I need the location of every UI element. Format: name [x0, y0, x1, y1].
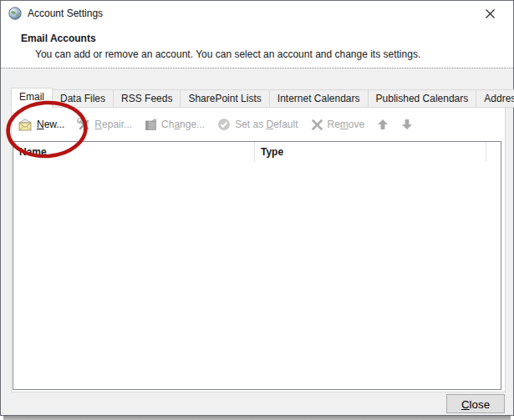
tab-sharepoint-lists[interactable]: SharePoint Lists — [180, 89, 269, 108]
window-close-icon[interactable] — [484, 8, 496, 20]
tab-rss-feeds[interactable]: RSS Feeds — [113, 89, 181, 108]
column-header-name[interactable]: Name — [13, 142, 255, 162]
crossed-tools-icon — [77, 118, 90, 131]
globe-icon — [8, 7, 22, 20]
x-icon — [311, 119, 323, 131]
repair-button[interactable]: Repair... — [77, 118, 132, 131]
remove-button-label: Remove — [328, 119, 365, 130]
accounts-list-header: Name Type — [13, 142, 501, 162]
page-description: You can add or remove an account. You ca… — [35, 48, 420, 60]
column-header-filler — [486, 142, 501, 162]
set-as-default-button[interactable]: Set as Default — [217, 118, 298, 131]
move-up-button[interactable] — [377, 119, 389, 130]
dialog-header: Email Accounts You can add or remove an … — [1, 26, 513, 68]
tab-email[interactable]: Email — [11, 88, 53, 109]
window-title: Account Settings — [28, 1, 103, 26]
page-title: Email Accounts — [21, 33, 96, 44]
arrow-down-icon — [401, 119, 413, 130]
screenshot: Account Settings Email Accounts You can … — [0, 0, 514, 420]
account-toolbar: New... Repair... Change... — [12, 108, 503, 141]
column-header-type[interactable]: Type — [255, 142, 486, 162]
accounts-list[interactable]: Name Type — [13, 141, 501, 390]
change-button-label: Change... — [161, 119, 205, 130]
repair-button-label: Repair... — [94, 119, 132, 130]
tab-strip: Email Data Files RSS Feeds SharePoint Li… — [11, 88, 514, 108]
new-button-label: New... — [37, 119, 64, 130]
tab-address-books[interactable]: Address Books — [476, 89, 514, 108]
arrow-up-icon — [377, 119, 389, 130]
move-down-button[interactable] — [401, 119, 413, 130]
new-button[interactable]: New... — [18, 119, 64, 131]
tab-published-calendars[interactable]: Published Calendars — [368, 89, 477, 108]
remove-button[interactable]: Remove — [311, 119, 365, 131]
change-button[interactable]: Change... — [145, 119, 205, 131]
window-drop-shadow — [3, 416, 511, 420]
set-as-default-button-label: Set as Default — [235, 119, 298, 130]
title-bar[interactable]: Account Settings — [1, 1, 513, 26]
account-settings-dialog: Account Settings Email Accounts You can … — [0, 0, 514, 416]
check-circle-icon — [217, 118, 231, 131]
header-divider — [1, 68, 513, 68]
accounts-list-body[interactable] — [13, 162, 501, 389]
tab-data-files[interactable]: Data Files — [52, 89, 114, 108]
envelope-icon — [18, 119, 33, 131]
tab-internet-calendars[interactable]: Internet Calendars — [269, 89, 369, 108]
notebook-icon — [145, 119, 157, 131]
close-button[interactable]: Close — [446, 394, 505, 413]
